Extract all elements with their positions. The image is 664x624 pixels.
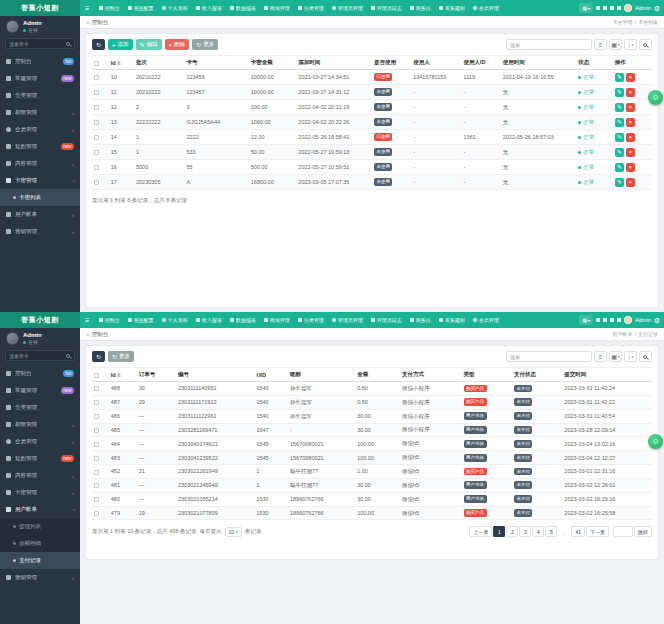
- sidebar-item-短剧管理[interactable]: 短剧管理new: [0, 138, 80, 155]
- sidebar-subitem-支付记录[interactable]: 支付记录: [0, 552, 80, 569]
- envelope-icon[interactable]: [603, 318, 607, 322]
- sidebar-item-内容管理[interactable]: 内容管理‹: [0, 155, 80, 172]
- row-checkbox[interactable]: [94, 428, 99, 433]
- settings-gear-icon[interactable]: ⚙: [654, 5, 660, 12]
- grid-menu-button[interactable]: ▦▾: [579, 3, 593, 13]
- row-checkbox[interactable]: [94, 470, 99, 475]
- nav-item-管理员管理[interactable]: 管理员管理: [328, 312, 367, 328]
- sidebar-item-短剧管理[interactable]: 短剧管理new: [0, 450, 80, 467]
- columns-button[interactable]: ▦▾: [609, 351, 622, 362]
- row-checkbox[interactable]: [94, 400, 99, 405]
- search-button[interactable]: [639, 39, 652, 50]
- breadcrumb-item[interactable]: 支付记录: [638, 331, 658, 337]
- username[interactable]: Admin: [635, 317, 651, 323]
- page-size-select[interactable]: 10▾: [225, 527, 243, 537]
- delete-button[interactable]: ×: [626, 133, 635, 142]
- sort-icon[interactable]: ⇅: [117, 60, 121, 66]
- row-checkbox[interactable]: [94, 165, 99, 170]
- nav-item-数据报表[interactable]: 数据报表: [226, 0, 260, 16]
- nav-item-采集规则[interactable]: 采集规则: [435, 312, 469, 328]
- username[interactable]: Admin: [635, 5, 651, 11]
- row-checkbox[interactable]: [94, 511, 99, 516]
- nav-item-商务位[interactable]: 商务位: [406, 312, 435, 328]
- menu-collapse-icon[interactable]: ≡: [80, 4, 95, 13]
- next-page-button[interactable]: 下一页: [586, 526, 609, 537]
- sidebar-item-常规管理[interactable]: 常规管理new: [0, 70, 80, 87]
- sidebar-item-分类管理[interactable]: 分类管理: [0, 399, 80, 416]
- sidebar-item-卡密管理[interactable]: 卡密管理‹: [0, 172, 80, 189]
- sidebar-item-权限管理[interactable]: 权限管理‹: [0, 416, 80, 433]
- row-checkbox[interactable]: [94, 120, 99, 125]
- breadcrumb-item[interactable]: 卡密管理: [613, 19, 633, 25]
- row-checkbox[interactable]: [94, 180, 99, 185]
- nav-item-管理员管理[interactable]: 管理员管理: [328, 0, 367, 16]
- sidebar-item-用户帐单[interactable]: 用户帐单‹: [0, 501, 80, 518]
- sidebar-item-会员管理[interactable]: 会员管理‹: [0, 121, 80, 138]
- toggle-view-button[interactable]: ≡: [594, 39, 607, 50]
- nav-item-收入报表[interactable]: 收入报表: [192, 0, 226, 16]
- page-button-2[interactable]: 2: [506, 526, 518, 537]
- grid-menu-button[interactable]: ▦▾: [579, 315, 593, 325]
- settings-gear-icon[interactable]: ⚙: [654, 317, 660, 324]
- edit-button[interactable]: ✎: [615, 118, 624, 127]
- nav-item-控制台[interactable]: 控制台: [95, 0, 124, 16]
- row-checkbox[interactable]: [94, 386, 99, 391]
- fullscreen-icon[interactable]: [617, 318, 621, 322]
- delete-button[interactable]: ×: [626, 73, 635, 82]
- nav-item-收入报表[interactable]: 收入报表: [192, 312, 226, 328]
- nav-item-商务位[interactable]: 商务位: [406, 0, 435, 16]
- sidebar-subitem-提现列表[interactable]: 提现列表: [0, 518, 80, 535]
- bell-icon[interactable]: [596, 6, 600, 10]
- nav-item-商城管理[interactable]: 商城管理: [260, 312, 294, 328]
- sidebar-item-分类管理[interactable]: 分类管理: [0, 87, 80, 104]
- row-checkbox[interactable]: [94, 150, 99, 155]
- jump-page-input[interactable]: [613, 526, 633, 537]
- nav-item-分类管理[interactable]: 分类管理: [294, 312, 328, 328]
- row-checkbox[interactable]: [94, 90, 99, 95]
- 删除-button[interactable]: ×删除: [165, 39, 190, 50]
- sidebar-search-input[interactable]: 搜索菜单: [5, 38, 75, 49]
- prev-page-button[interactable]: 上一页: [469, 526, 492, 537]
- refresh-button[interactable]: ↻: [92, 351, 105, 362]
- sidebar-item-控制台[interactable]: 控制台hot: [0, 365, 80, 382]
- nav-item-会员管理[interactable]: 会员管理: [469, 0, 503, 16]
- breadcrumb-item[interactable]: 卡密列表: [638, 19, 658, 25]
- toggle-view-button[interactable]: ≡: [594, 351, 607, 362]
- page-button-3[interactable]: 3: [519, 526, 531, 537]
- bell-icon[interactable]: [596, 318, 600, 322]
- nav-item-商城管理[interactable]: 商城管理: [260, 0, 294, 16]
- columns-button[interactable]: ▦▾: [609, 39, 622, 50]
- nav-item-分类管理[interactable]: 分类管理: [294, 0, 328, 16]
- jump-button[interactable]: 跳转: [634, 526, 652, 537]
- menu-collapse-icon[interactable]: ≡: [80, 316, 95, 325]
- sidebar-item-控制台[interactable]: 控制台hot: [0, 53, 80, 70]
- row-checkbox[interactable]: [94, 75, 99, 80]
- nav-item-个人资料[interactable]: 个人资料: [158, 0, 192, 16]
- avatar[interactable]: [624, 4, 632, 12]
- nav-item-管理员日志[interactable]: 管理员日志: [367, 312, 406, 328]
- row-checkbox[interactable]: [94, 497, 99, 502]
- refresh-button[interactable]: ↻: [92, 39, 105, 50]
- delete-button[interactable]: ×: [626, 88, 635, 97]
- sidebar-search-input[interactable]: 搜索菜单: [5, 350, 75, 361]
- edit-button[interactable]: ✎: [615, 88, 624, 97]
- nav-item-管理员日志[interactable]: 管理员日志: [367, 0, 406, 16]
- page-button-4[interactable]: 4: [532, 526, 544, 537]
- row-checkbox[interactable]: [94, 414, 99, 419]
- sort-icon[interactable]: ⇅: [117, 372, 121, 378]
- search-button[interactable]: [639, 351, 652, 362]
- nav-item-数据报表[interactable]: 数据报表: [226, 312, 260, 328]
- sidebar-item-权限管理[interactable]: 权限管理‹: [0, 104, 80, 121]
- export-button[interactable]: ↓▾: [624, 351, 637, 362]
- 编辑-button[interactable]: ✎编辑: [136, 39, 162, 50]
- select-all-checkbox[interactable]: [94, 373, 99, 378]
- support-float-button[interactable]: ☺: [648, 434, 663, 449]
- edit-button[interactable]: ✎: [615, 178, 624, 187]
- page-button-1[interactable]: 1: [493, 526, 505, 537]
- message-icon[interactable]: [610, 318, 614, 322]
- avatar[interactable]: [624, 316, 632, 324]
- sidebar-subitem-卡密列表[interactable]: 卡密列表: [0, 189, 80, 206]
- row-checkbox[interactable]: [94, 456, 99, 461]
- page-button-41[interactable]: 41: [571, 526, 585, 537]
- sidebar-subitem-余额明细[interactable]: 余额明细: [0, 535, 80, 552]
